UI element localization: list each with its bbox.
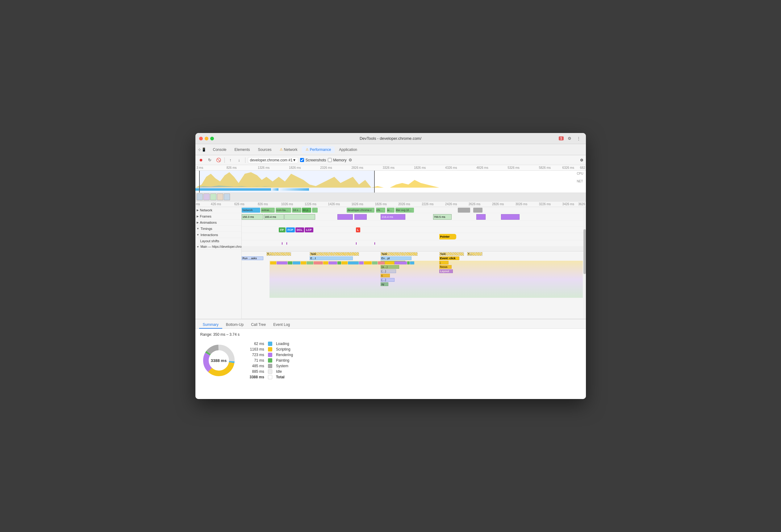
- tab-performance[interactable]: ⚠ Performance: [302, 146, 335, 153]
- cursor-tool-icon[interactable]: ⊹: [198, 147, 201, 152]
- error-count[interactable]: 1: [559, 136, 564, 140]
- tab-call-tree[interactable]: Call Tree: [247, 321, 270, 329]
- fb-13[interactable]: [359, 261, 364, 264]
- screenshots-checkbox[interactable]: [300, 158, 304, 162]
- task-far[interactable]: Task: [439, 252, 464, 256]
- event-evpt[interactable]: Ev…pt: [381, 257, 411, 260]
- fb-20[interactable]: [410, 261, 414, 264]
- event-click[interactable]: Event: click: [439, 257, 459, 260]
- clear-button[interactable]: 🚫: [215, 157, 222, 164]
- memory-checkbox-label[interactable]: Memory: [328, 158, 346, 162]
- fb-5[interactable]: [301, 261, 306, 264]
- tab-bottom-up[interactable]: Bottom-Up: [222, 321, 247, 329]
- settings-icon[interactable]: ⚙: [566, 135, 573, 142]
- fb-2[interactable]: [277, 261, 287, 264]
- frame-chip-2[interactable]: 183.4 ms: [264, 214, 284, 220]
- fb-19[interactable]: [407, 261, 410, 264]
- frame-chip-purple-far2[interactable]: [501, 214, 520, 220]
- network-chip-60p[interactable]: 60.p…: [302, 208, 311, 213]
- fb-8[interactable]: [323, 261, 328, 264]
- maximize-button[interactable]: [210, 137, 214, 140]
- fb-6[interactable]: [306, 261, 313, 264]
- timing-l[interactable]: L: [356, 227, 360, 232]
- tab-console[interactable]: Console: [209, 146, 230, 153]
- tab-elements[interactable]: Elements: [231, 146, 254, 153]
- top-right-gear[interactable]: ⚙: [580, 158, 583, 162]
- fb-3[interactable]: [288, 261, 292, 264]
- memory-checkbox[interactable]: [328, 158, 332, 162]
- frame-chip-216[interactable]: 216.4 ms: [381, 214, 405, 220]
- timing-lcp[interactable]: LCP: [305, 227, 313, 232]
- sidebar-layout-shifts[interactable]: Layout shifts: [195, 238, 241, 244]
- fb-9[interactable]: [328, 261, 337, 264]
- sidebar-timings[interactable]: ▼ Timings: [195, 226, 241, 232]
- network-chip-network[interactable]: Network: [242, 208, 260, 213]
- task-t[interactable]: T…: [266, 252, 291, 256]
- sidebar-frames[interactable]: ▶ Frames: [195, 213, 241, 219]
- more-options-icon[interactable]: ⋮: [575, 135, 582, 142]
- tab-application[interactable]: Application: [335, 146, 361, 153]
- minimize-button[interactable]: [205, 137, 208, 140]
- frame-chip-purple-2[interactable]: [355, 214, 367, 220]
- network-chip-extras[interactable]: extras…: [261, 208, 275, 213]
- run-microtasks[interactable]: Run …asks: [242, 257, 263, 260]
- cpu-net-chart[interactable]: CPU NET: [195, 171, 586, 192]
- fb-14[interactable]: [364, 261, 372, 264]
- timing-dcl[interactable]: DCL: [295, 227, 304, 232]
- record-button[interactable]: ⏺: [198, 157, 205, 164]
- tab-event-log[interactable]: Event Log: [270, 321, 294, 329]
- network-chip-far2[interactable]: [473, 208, 483, 213]
- network-chip-chi[interactable]: chi…: [376, 208, 385, 213]
- url-display[interactable]: developer.chrome.com #1▼: [248, 157, 298, 163]
- frame-chip-purple-1[interactable]: [337, 214, 353, 220]
- main-scrollbar[interactable]: [583, 207, 586, 319]
- fb-7[interactable]: [314, 261, 323, 264]
- reload-button[interactable]: ↻: [207, 157, 213, 164]
- network-chip-far[interactable]: [458, 208, 470, 213]
- fb-18[interactable]: [395, 261, 407, 264]
- fb-17[interactable]: [385, 261, 394, 264]
- task-right[interactable]: Task: [381, 252, 418, 256]
- fb-12[interactable]: [348, 261, 359, 264]
- frame-chip-purple-far[interactable]: [476, 214, 486, 220]
- frame-chip-700[interactable]: 700.5 ms: [433, 214, 452, 220]
- selection-overlay[interactable]: [199, 171, 375, 192]
- task-main[interactable]: Task: [310, 252, 359, 256]
- fb-1[interactable]: [270, 261, 276, 264]
- network-chip-icon[interactable]: icon-ba…: [276, 208, 291, 213]
- download-button[interactable]: ↓: [236, 157, 243, 164]
- main-thread-flamegraph[interactable]: T… Task Task Task T… E…t Ev…pt Event: cl…: [242, 252, 586, 319]
- sr-2826: 2826 ms: [492, 203, 504, 206]
- sr-1226: 1226 ms: [305, 203, 317, 206]
- fb-11[interactable]: [341, 261, 347, 264]
- fb-10[interactable]: [337, 261, 341, 264]
- fb-4[interactable]: [293, 261, 300, 264]
- timing-fp[interactable]: FP: [279, 227, 286, 232]
- device-toolbar-icon[interactable]: 📱: [202, 147, 206, 152]
- network-chip-2ds[interactable]: 2d.s…: [292, 208, 301, 213]
- gear-icon[interactable]: ⚙: [348, 158, 352, 162]
- network-chip-itter[interactable]: itter.svg (d…: [396, 208, 414, 213]
- screenshots-checkbox-label[interactable]: Screenshots: [300, 158, 326, 162]
- sidebar-main-thread[interactable]: ▼ Main — https://developer.chrome.com/: [195, 244, 241, 250]
- sidebar-network[interactable]: ▶ Network: [195, 207, 241, 213]
- event-et[interactable]: E…t: [310, 257, 353, 260]
- frame-chip-3[interactable]: [284, 214, 315, 220]
- scrollbar-thumb[interactable]: [583, 229, 586, 274]
- sidebar-animations[interactable]: ▶ Animations: [195, 219, 241, 226]
- network-chip-ie[interactable]: ie…: [387, 208, 395, 213]
- task-far2[interactable]: T…: [467, 252, 483, 256]
- interaction-pointer[interactable]: Pointer: [439, 234, 456, 239]
- sidebar-interactions[interactable]: ▼ Interactions: [195, 232, 241, 238]
- timing-fcp[interactable]: FCP: [286, 227, 295, 232]
- network-chip-small[interactable]: …: [312, 208, 318, 213]
- tab-network[interactable]: ⚠ Network: [276, 146, 301, 153]
- fb-16[interactable]: [378, 261, 385, 264]
- upload-button[interactable]: ↑: [227, 157, 234, 164]
- tab-sources[interactable]: Sources: [254, 146, 275, 153]
- frame-chip-1[interactable]: 150.3 ms: [242, 214, 263, 220]
- tab-summary[interactable]: Summary: [199, 321, 222, 329]
- network-chip-developer[interactable]: developer.chrome.c: [347, 208, 374, 213]
- close-button[interactable]: [199, 137, 203, 140]
- fb-15[interactable]: [372, 261, 377, 264]
